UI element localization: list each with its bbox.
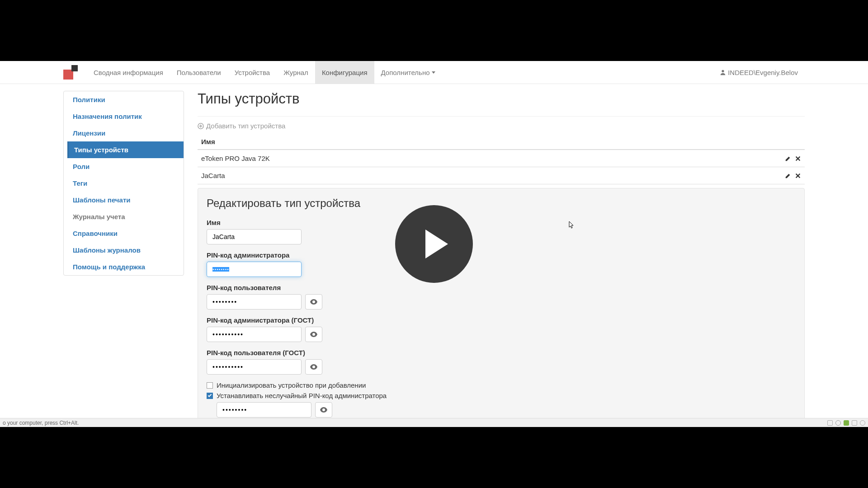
sidebar-item-journal-templates[interactable]: Шаблоны журналов bbox=[67, 242, 184, 258]
checkbox-checked-icon bbox=[207, 393, 213, 399]
nonrandom-pin-check[interactable]: Устанавливать неслучайный PIN-код админи… bbox=[207, 392, 796, 399]
nav-more[interactable]: Дополнительно bbox=[374, 61, 442, 84]
nav-users[interactable]: Пользователи bbox=[170, 61, 228, 84]
sidebar: Политики Назначения политик Лицензии Тип… bbox=[63, 91, 184, 276]
reveal-nonrandom-pin[interactable] bbox=[315, 402, 332, 418]
edit-icon[interactable] bbox=[785, 173, 791, 179]
table-header-name: Имя bbox=[198, 134, 805, 150]
reveal-admin-pin-gost[interactable] bbox=[305, 327, 322, 342]
user-pin-gost-label: PIN-код пользователя (ГОСТ) bbox=[207, 349, 796, 357]
status-icon[interactable] bbox=[852, 420, 857, 426]
status-icon[interactable] bbox=[827, 420, 833, 426]
user-pin-label: PIN-код пользователя bbox=[207, 284, 796, 291]
add-device-type-link[interactable]: Добавить тип устройства bbox=[198, 122, 805, 130]
checkbox-icon bbox=[207, 382, 213, 389]
sidebar-item-licenses[interactable]: Лицензии bbox=[67, 125, 184, 141]
plus-circle-icon bbox=[198, 123, 204, 129]
admin-pin-label: PIN-код администратора bbox=[207, 251, 796, 259]
sidebar-item-print-templates[interactable]: Шаблоны печати bbox=[67, 192, 184, 208]
user-icon bbox=[720, 69, 726, 75]
nav-config[interactable]: Конфигурация bbox=[315, 61, 374, 84]
table-row: eToken PRO Java 72K bbox=[198, 150, 805, 167]
eye-icon bbox=[310, 332, 317, 337]
play-icon bbox=[425, 230, 448, 258]
nav-journal[interactable]: Журнал bbox=[277, 61, 315, 84]
sidebar-item-device-types[interactable]: Типы устройств bbox=[67, 141, 184, 158]
edit-panel: Редактировать тип устройства Имя PIN-код… bbox=[198, 188, 805, 427]
status-icon[interactable] bbox=[860, 420, 865, 426]
init-device-check[interactable]: Инициализировать устройство при добавлен… bbox=[207, 381, 796, 389]
logo bbox=[63, 65, 78, 80]
delete-icon[interactable] bbox=[795, 173, 801, 179]
eye-icon bbox=[310, 299, 317, 305]
sidebar-item-help[interactable]: Помощь и поддержка bbox=[67, 258, 184, 275]
name-input[interactable] bbox=[207, 229, 302, 244]
user-pin-input[interactable] bbox=[207, 294, 302, 310]
nonrandom-pin-input[interactable] bbox=[217, 402, 311, 418]
user-pin-gost-input[interactable] bbox=[207, 359, 302, 375]
eye-icon bbox=[310, 364, 317, 370]
admin-pin-input[interactable]: ●●●●●●●● bbox=[207, 262, 302, 277]
status-text: o your computer, press Ctrl+Alt. bbox=[3, 420, 79, 426]
main-content: Типы устройств Добавить тип устройства И… bbox=[198, 91, 805, 427]
nav-summary[interactable]: Сводная информация bbox=[87, 61, 170, 84]
panel-title: Редактировать тип устройства bbox=[207, 197, 796, 210]
page-title: Типы устройств bbox=[198, 91, 805, 107]
sidebar-item-policy-assign[interactable]: Назначения политик bbox=[67, 108, 184, 125]
admin-pin-gost-input[interactable] bbox=[207, 327, 302, 342]
status-bar: o your computer, press Ctrl+Alt. bbox=[0, 418, 868, 427]
status-icon[interactable] bbox=[835, 420, 841, 426]
reveal-user-pin[interactable] bbox=[305, 294, 322, 310]
sidebar-item-policies[interactable]: Политики bbox=[67, 91, 184, 108]
row-name: eToken PRO Java 72K bbox=[201, 155, 785, 162]
top-nav: Сводная информация Пользователи Устройст… bbox=[0, 61, 868, 84]
eye-icon bbox=[320, 407, 327, 413]
sidebar-item-journals: Журналы учета bbox=[67, 208, 184, 225]
nav-user[interactable]: INDEED\Evgeniy.Belov bbox=[713, 61, 805, 84]
caret-down-icon bbox=[432, 70, 435, 74]
table-row: JaCarta bbox=[198, 167, 805, 184]
play-button[interactable] bbox=[395, 205, 473, 283]
sidebar-item-tags[interactable]: Теги bbox=[67, 175, 184, 192]
status-icon[interactable] bbox=[844, 420, 849, 426]
delete-icon[interactable] bbox=[795, 155, 801, 162]
edit-icon[interactable] bbox=[785, 155, 791, 162]
row-name: JaCarta bbox=[201, 172, 785, 179]
reveal-user-pin-gost[interactable] bbox=[305, 359, 322, 375]
sidebar-item-roles[interactable]: Роли bbox=[67, 158, 184, 175]
name-label: Имя bbox=[207, 219, 796, 226]
admin-pin-gost-label: PIN-код администратора (ГОСТ) bbox=[207, 316, 796, 324]
nav-devices[interactable]: Устройства bbox=[228, 61, 277, 84]
sidebar-item-directories[interactable]: Справочники bbox=[67, 225, 184, 242]
